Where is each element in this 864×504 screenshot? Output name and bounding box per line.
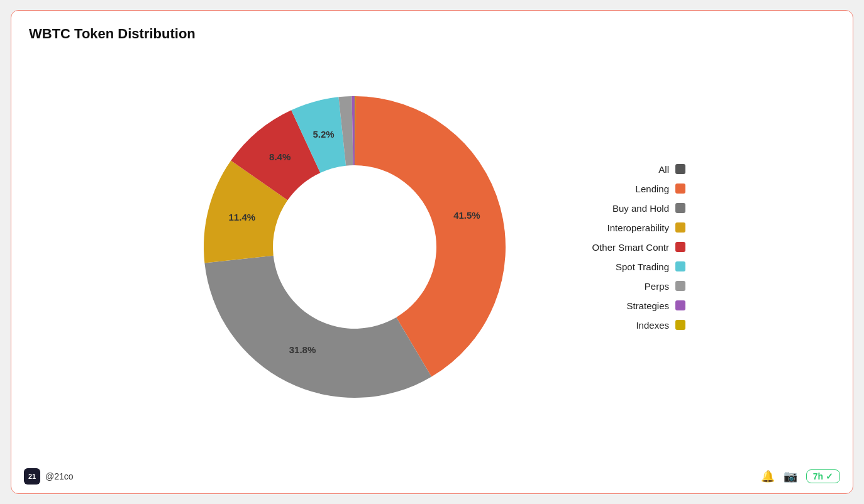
- legend-label: Interoperability: [568, 222, 669, 233]
- legend-item-strategies[interactable]: Strategies: [568, 300, 685, 311]
- card: WBTC Token Distribution 41.5%31.8%11.4%8…: [11, 10, 853, 494]
- footer-left: 21 @21co: [24, 468, 74, 485]
- legend-item-interoperability[interactable]: Interoperability: [568, 222, 685, 233]
- donut-svg: 41.5%31.8%11.4%8.4%5.2%: [179, 71, 531, 423]
- legend-label: Buy and Hold: [568, 203, 669, 214]
- legend-swatch: [675, 261, 685, 271]
- legend-label: Strategies: [568, 300, 669, 311]
- logo: 21: [24, 468, 40, 485]
- legend-swatch: [675, 281, 685, 291]
- legend-swatch: [675, 164, 685, 174]
- segment-buy-and-hold[interactable]: [204, 256, 431, 398]
- handle: @21co: [45, 471, 74, 481]
- page-title: WBTC Token Distribution: [29, 26, 835, 42]
- legend-item-spot-trading[interactable]: Spot Trading: [568, 261, 685, 272]
- legend-label: Other Smart Contr: [568, 242, 669, 253]
- legend-label: All: [568, 164, 669, 175]
- logo-text: 21: [28, 473, 36, 480]
- label-spot-trading: 5.2%: [313, 129, 335, 140]
- legend-swatch: [675, 300, 685, 310]
- footer: 21 @21co 🔔 📷 7h ✓: [24, 468, 840, 485]
- legend-label: Lending: [568, 184, 669, 194]
- donut-chart: 41.5%31.8%11.4%8.4%5.2%: [179, 71, 531, 423]
- legend-item-buy-and-hold[interactable]: Buy and Hold: [568, 203, 685, 214]
- legend-item-perps[interactable]: Perps: [568, 281, 685, 292]
- legend-item-all[interactable]: All: [568, 164, 685, 175]
- legend-item-lending[interactable]: Lending: [568, 184, 685, 194]
- legend-item-other-smart-contr[interactable]: Other Smart Contr: [568, 242, 685, 253]
- legend: AllLendingBuy and HoldInteroperabilityOt…: [568, 164, 685, 331]
- legend-label: Indexes: [568, 320, 669, 331]
- chart-area: 41.5%31.8%11.4%8.4%5.2% AllLendingBuy an…: [29, 52, 835, 442]
- label-lending: 41.5%: [453, 210, 480, 221]
- legend-swatch: [675, 203, 685, 213]
- camera-icon[interactable]: 📷: [784, 469, 797, 483]
- bell-icon[interactable]: 🔔: [761, 469, 775, 483]
- footer-right: 🔔 📷 7h ✓: [761, 469, 840, 483]
- legend-label: Perps: [568, 281, 669, 292]
- legend-item-indexes[interactable]: Indexes: [568, 320, 685, 331]
- legend-swatch: [675, 184, 685, 194]
- check-icon: ✓: [826, 471, 833, 481]
- legend-swatch: [675, 242, 685, 252]
- legend-swatch: [675, 222, 685, 233]
- time-badge[interactable]: 7h ✓: [806, 469, 840, 483]
- legend-swatch: [675, 320, 685, 330]
- label-buy-and-hold: 31.8%: [289, 344, 316, 355]
- label-interoperability: 11.4%: [229, 212, 256, 222]
- label-other-smart-contr: 8.4%: [269, 151, 291, 162]
- time-value: 7h: [813, 471, 823, 481]
- legend-label: Spot Trading: [568, 261, 669, 272]
